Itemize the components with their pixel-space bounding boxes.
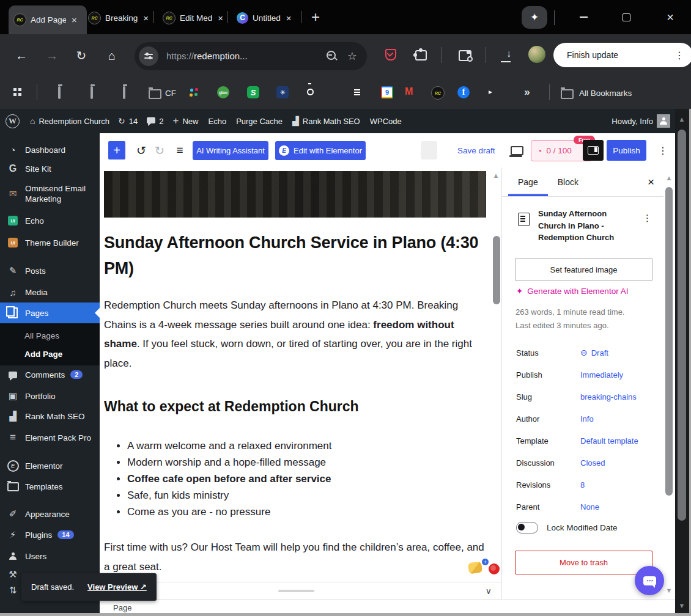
settings-panel-toggle[interactable] xyxy=(583,140,604,161)
address-bar[interactable]: https://redemption... ☆ xyxy=(135,42,367,70)
tab-close-icon[interactable]: × xyxy=(72,15,77,25)
subsplash-bookmark-icon[interactable]: S xyxy=(247,86,259,98)
bookmarks-overflow-icon[interactable]: » xyxy=(520,85,534,100)
page-heading[interactable]: Sunday Afternoon Church Service in Plano… xyxy=(104,230,490,281)
reload-button[interactable]: ↻ xyxy=(73,48,89,64)
window-scroll-up-icon[interactable]: ▲ xyxy=(678,115,686,123)
host-team-paragraph[interactable]: First time with us? Our Host Team will h… xyxy=(104,538,484,576)
intro-paragraph[interactable]: Redemption Church meets Sunday afternoon… xyxy=(104,296,484,373)
sidebar-item-media[interactable]: ♫ Media xyxy=(0,282,100,302)
revisions-value[interactable]: 8 xyxy=(580,480,585,490)
list-item[interactable]: Safe, fun kids ministry xyxy=(127,487,506,504)
tab-untitled[interactable]: C Untitled × xyxy=(232,9,306,27)
panel-scrollbar[interactable] xyxy=(665,187,673,496)
sidebar-item-portfolio[interactable]: ▣ Portfolio xyxy=(0,386,100,406)
sidebar-item-posts[interactable]: ✎ Posts xyxy=(0,261,100,280)
admin-bar-wpcode[interactable]: WPCode xyxy=(370,117,402,126)
section-heading[interactable]: What to expect at Redemption Church xyxy=(104,398,359,415)
zoom-out-icon[interactable] xyxy=(327,51,338,62)
status-value[interactable]: ⊖ Draft xyxy=(580,348,608,358)
lock-modified-toggle[interactable] xyxy=(516,522,538,534)
move-to-trash-button[interactable]: Move to trash xyxy=(515,551,652,574)
list-item[interactable]: Coffee cafe open before and after servic… xyxy=(127,471,506,487)
publish-value[interactable]: Immediately xyxy=(580,370,623,380)
wordpress-logo[interactable]: W xyxy=(6,114,20,128)
downloads-icon[interactable]: ↓ xyxy=(503,48,515,60)
back-button[interactable]: ← xyxy=(13,48,29,64)
sidebar-item-elementor[interactable]: E Elementor xyxy=(0,456,100,475)
save-draft-button[interactable]: Save draft xyxy=(457,142,495,158)
editor-options-icon[interactable]: ⋮ xyxy=(655,142,671,158)
bookmark-star-icon[interactable]: ☆ xyxy=(347,50,357,63)
sidebar-item-theme-builder[interactable]: UI Theme Builder xyxy=(0,233,100,252)
apps-grid-icon[interactable] xyxy=(13,88,21,96)
tab-edit-media[interactable]: RC Edit Med × xyxy=(158,9,232,27)
sidebar-item-rank-math[interactable]: ▟ Rank Math SEO xyxy=(0,406,100,426)
tab-add-page[interactable]: RC Add Page × xyxy=(9,6,87,34)
pocket-extension-icon[interactable] xyxy=(385,49,396,61)
tab-close-icon[interactable]: × xyxy=(218,13,223,23)
sidebar-item-dashboard[interactable]: ◔ Dashboard xyxy=(0,140,100,160)
sidebar-item-comments[interactable]: Comments 2 xyxy=(0,365,100,384)
sidebar-item-users[interactable]: Users xyxy=(0,546,100,566)
canvas-scrollbar[interactable] xyxy=(493,236,500,304)
tab-breaking[interactable]: RC Breaking × xyxy=(83,9,158,27)
tab-block[interactable]: Block xyxy=(548,167,588,196)
home-button[interactable]: ⌂ xyxy=(104,48,120,64)
sidebar-item-element-pack[interactable]: ≡ Element Pack Pro xyxy=(0,428,100,447)
gmail-bookmark-icon[interactable]: M xyxy=(405,86,413,97)
profile-avatar[interactable] xyxy=(528,46,545,63)
sidebar-item-templates[interactable]: Templates xyxy=(0,477,100,496)
window-close-button[interactable]: × xyxy=(662,9,679,26)
document-options-icon[interactable]: ⋮ xyxy=(643,213,652,224)
chat-fab-button[interactable]: ⋯ xyxy=(635,566,664,595)
extensions-icon[interactable] xyxy=(415,50,427,61)
facebook-bookmark-icon[interactable]: f xyxy=(457,86,470,98)
maximize-button[interactable] xyxy=(618,9,635,26)
site-settings-icon[interactable] xyxy=(139,46,158,66)
featured-image-block[interactable] xyxy=(104,171,486,218)
admin-bar-rank-math[interactable]: ▟ Rank Math SEO xyxy=(292,116,360,126)
admin-bar-new[interactable]: + New xyxy=(173,115,199,127)
admin-bar-site-name[interactable]: ⌂ Redemption Church xyxy=(30,116,109,126)
collapse-chevron-icon[interactable]: ∨ xyxy=(486,586,492,596)
google-calendar-bookmark-icon[interactable]: 9 xyxy=(381,86,393,98)
admin-bar-echo[interactable]: Echo xyxy=(208,117,226,126)
new-tab-button[interactable]: + xyxy=(307,8,324,26)
discussion-value[interactable]: Closed xyxy=(580,458,605,468)
author-value[interactable]: Info xyxy=(580,414,594,424)
admin-bar-comments[interactable]: 2 xyxy=(147,117,163,126)
drag-handle[interactable] xyxy=(278,590,314,592)
canvas-scroll-up-icon[interactable]: ▲ xyxy=(492,171,500,180)
sidebar-item-appearance[interactable]: ✐ Appearance xyxy=(0,504,100,524)
redo-button[interactable]: ↻ xyxy=(152,142,168,158)
template-value[interactable]: Default template xyxy=(580,436,638,446)
tab-close-icon[interactable]: × xyxy=(143,13,149,23)
minimize-button[interactable] xyxy=(575,9,592,26)
panel-scroll-up-icon[interactable]: ▲ xyxy=(665,174,673,182)
search-tabs-icon[interactable] xyxy=(459,50,471,61)
sidebar-item-omnisend[interactable]: ✉ Omnisend Email Marketing xyxy=(0,180,100,207)
set-featured-image-button[interactable]: Set featured image xyxy=(515,258,652,281)
parent-value[interactable]: None xyxy=(580,502,599,512)
slug-value[interactable]: breaking-chains xyxy=(580,392,637,402)
edit-with-elementor-button[interactable]: E Edit with Elementor xyxy=(275,141,366,160)
tab-page[interactable]: Page xyxy=(508,167,548,196)
expectations-list[interactable]: A warm welcome and a relaxed environment… xyxy=(104,438,506,520)
tab-close-icon[interactable]: × xyxy=(286,13,292,23)
gloo-bookmark-icon[interactable]: gloo xyxy=(217,86,229,98)
admin-bar-howdy[interactable]: Howdy, Info xyxy=(612,114,670,128)
publish-button[interactable]: Publish xyxy=(607,140,646,161)
finish-update-button[interactable]: Finish update ⋮ xyxy=(553,43,691,67)
editor-canvas[interactable]: Sunday Afternoon Church Service in Plano… xyxy=(100,167,501,599)
chrome-menu-icon[interactable]: ⋮ xyxy=(674,50,684,61)
sidebar-item-site-kit[interactable]: G Site Kit xyxy=(0,159,100,178)
window-scrollbar[interactable] xyxy=(678,130,686,521)
list-item[interactable]: Come as you are - no pressure xyxy=(127,504,506,520)
gemini-button[interactable]: ✦ xyxy=(522,6,547,29)
preview-button[interactable] xyxy=(509,144,524,157)
sidebar-item-echo[interactable]: UI Echo xyxy=(0,211,100,230)
forward-button[interactable]: → xyxy=(44,48,60,64)
bookmark-folder[interactable] xyxy=(91,87,93,98)
all-bookmarks-button[interactable]: All Bookmarks xyxy=(561,87,632,99)
